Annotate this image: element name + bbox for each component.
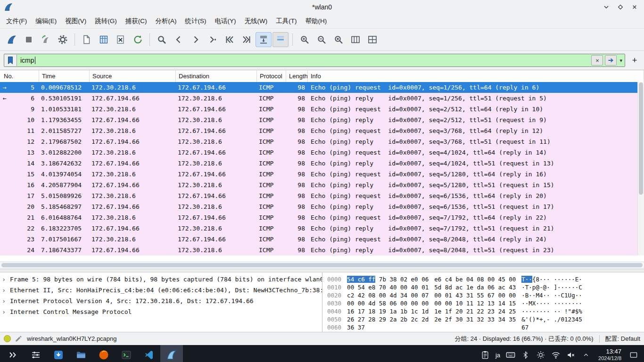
detail-line[interactable]: ›Internet Control Message Protocol — [0, 306, 322, 317]
menu-item[interactable]: 工具(T) — [272, 15, 301, 27]
go-to-packet-button[interactable] — [205, 32, 221, 47]
zoom-original-button[interactable] — [330, 32, 347, 47]
packet-row[interactable]: 17 5.015089926 172.30.218.6 172.67.194.6… — [0, 190, 644, 201]
detail-line[interactable]: ›Internet Protocol Version 4, Src: 172.3… — [0, 296, 322, 306]
hex-row[interactable]: 0020c2 42 08 00 4d 34 00 0700 01 43 31 5… — [327, 291, 644, 299]
menu-item[interactable]: 视图(V) — [61, 15, 91, 27]
brightness-icon[interactable] — [534, 346, 547, 362]
restart-capture-button[interactable] — [38, 32, 54, 47]
wireshark-taskbar-button[interactable] — [160, 345, 183, 362]
go-first-packet-button[interactable] — [222, 32, 238, 47]
hex-row[interactable]: 000054 c6 ff 7b 38 02 e0 06e6 c4 be 04 0… — [327, 275, 644, 283]
start-capture-button[interactable] — [4, 32, 20, 47]
clipboard-icon[interactable] — [479, 346, 492, 362]
horizontal-scrollbar-thumb[interactable] — [1, 263, 643, 267]
hex-row[interactable]: 004016 17 18 19 1a 1b 1c 1d1e 1f 20 21 2… — [327, 307, 644, 315]
terminal-button[interactable] — [115, 345, 138, 362]
hex-row[interactable]: 003000 00 4d 58 06 00 00 0000 00 10 11 1… — [327, 299, 644, 307]
column-header-length[interactable]: Length — [286, 70, 308, 82]
go-forward-button[interactable] — [188, 32, 204, 47]
filter-bookmark-button[interactable] — [4, 55, 17, 66]
go-back-button[interactable] — [171, 32, 187, 47]
expert-info-icon[interactable] — [4, 335, 11, 342]
menu-item[interactable]: 统计(S) — [181, 15, 211, 27]
find-packet-button[interactable] — [154, 32, 170, 47]
display-filter-input[interactable]: icmp × ▾ — [4, 54, 625, 67]
detail-line[interactable]: ›Frame 5: 98 bytes on wire (784 bits), 9… — [0, 274, 322, 285]
packet-row[interactable]: 20 5.185468297 172.67.194.66 172.30.218.… — [0, 201, 644, 212]
minimize-button[interactable] — [600, 1, 613, 13]
column-header-no[interactable]: No. — [0, 70, 39, 82]
open-file-button[interactable] — [79, 32, 95, 47]
wifi-icon[interactable] — [549, 346, 562, 362]
tray-expand-chevron-icon[interactable] — [579, 346, 593, 362]
clear-filter-button[interactable]: × — [591, 55, 603, 66]
go-last-packet-button[interactable] — [239, 32, 255, 47]
vertical-scrollbar[interactable] — [637, 82, 644, 255]
colorize-toggle-button[interactable] — [272, 32, 289, 47]
volume-muted-icon[interactable] — [564, 346, 578, 362]
menu-item[interactable]: 帮助(H) — [301, 15, 331, 27]
packet-row[interactable]: 23 7.017501667 172.30.218.6 172.67.194.6… — [0, 234, 644, 245]
packet-row[interactable]: 13 3.012882200 172.30.218.6 172.67.194.6… — [0, 147, 644, 158]
filter-dropdown-chevron-icon[interactable]: ▾ — [619, 58, 622, 64]
add-filter-button[interactable]: + — [629, 55, 640, 66]
software-store-button[interactable] — [47, 345, 70, 362]
packet-row[interactable]: 12 2.179687502 172.67.194.66 172.30.218.… — [0, 136, 644, 147]
packet-row[interactable]: 11 2.011585727 172.30.218.6 172.67.194.6… — [0, 125, 644, 136]
expander-icon[interactable]: › — [3, 274, 10, 285]
settings-mixer-button[interactable] — [25, 345, 47, 362]
hex-row[interactable]: 005026 27 28 29 2a 2b 2c 2d2e 2f 30 31 3… — [327, 315, 644, 323]
expander-icon[interactable]: › — [3, 296, 10, 306]
column-header-protocol[interactable]: Protocol — [257, 70, 286, 82]
close-file-button[interactable] — [113, 32, 129, 47]
hex-row[interactable]: 001000 54 e8 70 40 00 40 015d 8d ac 1e d… — [327, 283, 644, 291]
capture-options-button[interactable] — [55, 32, 71, 47]
packet-row[interactable]: 22 6.183223705 172.67.194.66 172.30.218.… — [0, 223, 644, 234]
menu-item[interactable]: 编辑(E) — [31, 15, 61, 27]
packet-row[interactable]: 16 4.205877904 172.67.194.66 172.30.218.… — [0, 180, 644, 190]
keyboard-icon[interactable] — [504, 346, 517, 362]
pane-splitter[interactable] — [0, 269, 644, 272]
expander-icon[interactable]: › — [3, 285, 10, 296]
file-manager-button[interactable] — [70, 345, 92, 362]
column-header-time[interactable]: Time — [39, 70, 90, 82]
menu-item[interactable]: 分析(A) — [151, 15, 181, 27]
packet-row[interactable]: 9 1.010533181 172.30.218.6 172.67.194.66… — [0, 104, 644, 115]
apply-filter-button[interactable] — [605, 55, 617, 66]
close-button[interactable] — [628, 1, 641, 13]
packet-row[interactable]: 15 4.013974054 172.30.218.6 172.67.194.6… — [0, 169, 644, 180]
vertical-scrollbar-thumb[interactable] — [639, 82, 643, 195]
detail-line[interactable]: ›Ethernet II, Src: HonHaiPrecis_c4:be:04… — [0, 285, 322, 296]
zoom-in-button[interactable] — [297, 32, 313, 47]
packet-row[interactable]: 10 1.179363455 172.67.194.66 172.30.218.… — [0, 115, 644, 125]
profile-selector[interactable]: 配置: Default — [605, 335, 640, 343]
horizontal-scrollbar[interactable] — [0, 262, 644, 269]
input-method-indicator[interactable]: ja — [494, 352, 502, 359]
column-header-source[interactable]: Source — [90, 70, 176, 82]
packet-row[interactable]: 21 6.016488764 172.30.218.6 172.67.194.6… — [0, 212, 644, 223]
column-header-info[interactable]: Info — [308, 70, 644, 82]
menu-item[interactable]: 文件(F) — [2, 15, 31, 27]
menu-item[interactable]: 捕获(C) — [121, 15, 151, 27]
clock[interactable]: 13:47 2024/12/8 — [598, 348, 621, 362]
packet-row[interactable]: ←6 0.530105191 172.67.194.66 172.30.218.… — [0, 93, 644, 104]
capture-comment-icon[interactable] — [15, 335, 22, 343]
show-desktop-button[interactable] — [627, 346, 640, 362]
packet-row[interactable]: 24 7.186743377 172.67.194.66 172.30.218.… — [0, 245, 644, 255]
save-file-button[interactable] — [96, 32, 112, 47]
reload-file-button[interactable] — [130, 32, 146, 47]
column-header-destination[interactable]: Destination — [176, 70, 257, 82]
auto-scroll-toggle-button[interactable] — [256, 32, 272, 47]
resize-columns-button[interactable] — [347, 32, 363, 47]
maximize-button[interactable] — [614, 1, 627, 13]
stop-capture-button[interactable] — [21, 32, 37, 47]
toggle-column-numbers-button[interactable] — [364, 32, 380, 47]
menu-item[interactable]: 电话(Y) — [211, 15, 240, 27]
bluetooth-icon[interactable] — [519, 346, 532, 362]
vscode-button[interactable] — [138, 345, 160, 362]
hex-row[interactable]: 006036 37 67 — [327, 323, 644, 331]
packet-row[interactable]: →5 0.009678512 172.30.218.6 172.67.194.6… — [0, 82, 644, 93]
menu-item[interactable]: 无线(W) — [240, 15, 272, 27]
firefox-button[interactable] — [92, 345, 115, 362]
